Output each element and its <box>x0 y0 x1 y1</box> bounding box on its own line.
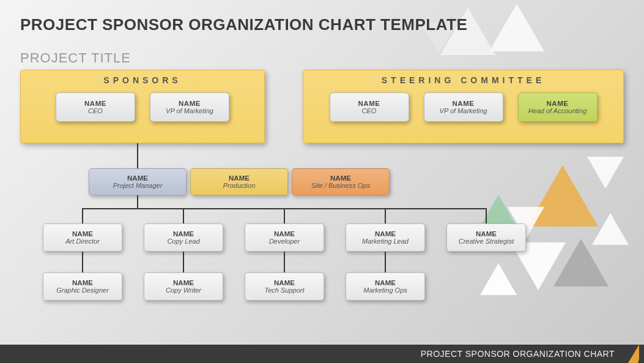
page-subtitle: PROJECT TITLE <box>20 50 131 66</box>
person-name: NAME <box>173 279 194 286</box>
decor-triangle <box>587 157 624 189</box>
person-name: NAME <box>476 230 497 238</box>
org-node: NAMECopy Writer <box>144 272 223 301</box>
manager-production: NAME Production <box>190 168 288 195</box>
org-node: NAMECopy Lead <box>144 223 223 252</box>
person-role: Copy Lead <box>167 238 199 245</box>
person-name: NAME <box>72 230 93 238</box>
person-name: NAME <box>274 230 295 238</box>
person-name: NAME <box>358 100 380 107</box>
decor-triangle <box>592 213 629 245</box>
org-node: NAMECreative Strategist <box>446 223 526 252</box>
org-node: NAMEGraphic Designer <box>43 272 122 301</box>
person-name: NAME <box>179 100 201 107</box>
person-role: CEO <box>362 107 377 114</box>
person-name: NAME <box>375 279 396 286</box>
connector <box>183 208 184 223</box>
person-role: Graphic Designer <box>56 286 109 294</box>
person-role: Creative Strategist <box>459 238 514 245</box>
person-role: Project Manager <box>113 182 163 189</box>
connector <box>137 195 138 209</box>
person-role: Tech Support <box>264 286 304 294</box>
org-node: NAMETech Support <box>245 272 324 301</box>
person-role: Art Director <box>65 238 100 245</box>
manager-row: NAME Project Manager NAME Production NAM… <box>89 168 393 195</box>
steering-title: STEERING COMMITTEE <box>303 75 623 85</box>
connector <box>82 252 83 272</box>
org-node: NAMEMarketing Lead <box>346 223 425 252</box>
person-role: Marketing Lead <box>362 238 409 245</box>
connector <box>284 252 285 272</box>
connector <box>137 143 138 168</box>
steering-card: NAME CEO <box>330 92 409 122</box>
person-name: NAME <box>72 279 93 286</box>
person-name: NAME <box>229 174 250 182</box>
footer: PROJECT SPONSOR ORGANIZATION CHART <box>0 345 644 363</box>
connector <box>82 208 83 223</box>
connector <box>486 208 487 223</box>
connector <box>183 252 184 272</box>
connector <box>385 252 386 272</box>
footer-accent <box>638 345 644 363</box>
person-name: NAME <box>173 230 194 238</box>
page-title: PROJECT SPONSOR ORGANIZATION CHART TEMPL… <box>20 15 467 34</box>
connector <box>385 208 386 223</box>
person-name: NAME <box>84 100 106 107</box>
sponsors-title: SPONSORS <box>21 75 264 85</box>
footer-text: PROJECT SPONSOR ORGANIZATION CHART <box>421 349 615 359</box>
connector <box>284 208 285 223</box>
steering-panel: STEERING COMMITTEE NAME CEO NAME VP of M… <box>303 70 624 143</box>
person-role: VP of Marketing <box>166 107 213 114</box>
sponsor-card: NAME CEO <box>56 92 135 122</box>
person-role: Production <box>223 182 256 189</box>
sponsors-panel: SPONSORS NAME CEO NAME VP of Marketing <box>20 70 265 143</box>
person-role: Copy Writer <box>166 286 201 294</box>
org-node: NAMEMarketing Ops <box>346 272 425 301</box>
person-name: NAME <box>375 230 396 238</box>
person-role: Marketing Ops <box>363 286 407 294</box>
person-name: NAME <box>330 174 351 182</box>
person-role: CEO <box>88 107 103 114</box>
decor-triangle <box>489 4 544 51</box>
org-node: NAMEDeveloper <box>245 223 324 252</box>
steering-card: NAME VP of Marketing <box>424 92 503 122</box>
person-role: Developer <box>269 238 300 245</box>
person-role: VP of Marketing <box>440 107 487 114</box>
person-name: NAME <box>547 100 569 107</box>
person-role: Head of Accounting <box>528 107 587 114</box>
manager-project-manager: NAME Project Manager <box>89 168 187 195</box>
decor-triangle <box>480 263 517 295</box>
person-name: NAME <box>274 279 295 286</box>
person-name: NAME <box>127 174 148 182</box>
person-name: NAME <box>453 100 475 107</box>
person-role: Site / Business Ops <box>311 182 370 189</box>
steering-card: NAME Head of Accounting <box>518 92 598 122</box>
manager-site-business-ops: NAME Site / Business Ops <box>292 168 390 195</box>
sponsor-card: NAME VP of Marketing <box>150 92 229 122</box>
org-node: NAMEArt Director <box>43 223 122 252</box>
